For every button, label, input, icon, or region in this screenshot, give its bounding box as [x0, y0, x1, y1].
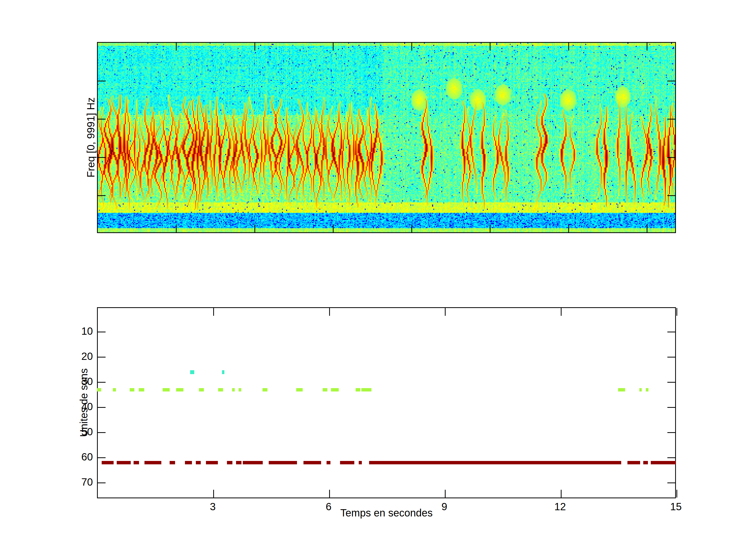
series-segment-unite-33: [262, 388, 267, 392]
units-y-tick: [667, 407, 675, 408]
series-segment-unite-33: [331, 388, 339, 392]
units-y-tick: [98, 482, 106, 483]
series-segment-unite-33: [163, 388, 170, 392]
series-segment-unite-62: [269, 461, 297, 464]
series-segment-unite-33: [130, 388, 134, 392]
series-segment-unite-33: [113, 388, 116, 392]
units-x-tick-label: 9: [429, 501, 460, 512]
units-x-tick: [445, 308, 446, 316]
units-y-tick-label: 60: [62, 451, 93, 462]
spectrogram-x-tick: [254, 43, 255, 51]
series-segment-unite-33: [361, 388, 371, 392]
spectrogram-y-tick: [667, 119, 675, 119]
series-segment-unite-62: [185, 461, 192, 464]
figure-canvas: { "figure": { "background": "#ffffff" },…: [0, 0, 747, 560]
units-y-tick: [667, 457, 675, 458]
spectrogram-x-tick: [333, 224, 334, 232]
spectrogram-y-tick: [98, 195, 106, 196]
spectrogram-x-tick: [411, 43, 412, 51]
series-segment-unite-62: [206, 461, 218, 464]
spectrogram-x-tick: [176, 224, 177, 232]
series-segment-unite-33: [218, 388, 223, 392]
spectrogram-canvas: [98, 43, 675, 232]
series-segment-unite-33: [239, 388, 241, 392]
units-y-tick: [667, 382, 675, 383]
units-y-tick-label: 50: [62, 426, 93, 437]
spectrogram-y-tick: [667, 195, 675, 196]
units-y-tick: [98, 357, 106, 357]
spectrogram-x-tick: [490, 224, 490, 232]
units-x-tick: [676, 308, 677, 316]
series-segment-unite-62: [651, 461, 676, 464]
units-x-tick-label: 15: [660, 501, 692, 512]
units-y-tick: [98, 407, 106, 408]
units-y-tick: [98, 382, 106, 383]
series-segment-unite-26: [190, 370, 194, 374]
series-segment-unite-33: [232, 388, 235, 392]
units-x-tick: [329, 490, 330, 498]
series-segment-unite-33: [323, 388, 327, 392]
spectrogram-x-tick: [490, 43, 490, 51]
series-segment-unite-62: [627, 461, 640, 464]
series-segment-unite-62: [359, 461, 362, 464]
spectrogram-y-tick: [667, 157, 675, 158]
series-segment-unite-33: [618, 388, 625, 392]
series-segment-unite-62: [102, 461, 113, 464]
units-y-tick: [667, 482, 675, 483]
series-segment-unite-33: [356, 388, 360, 392]
spectrogram-x-tick: [568, 224, 569, 232]
spectrogram-x-tick: [176, 43, 177, 51]
spectrogram-y-tick: [98, 157, 106, 158]
spectrogram-x-tick: [647, 224, 647, 232]
units-xlabel: Temps en secondes: [340, 507, 433, 519]
series-segment-unite-62: [369, 461, 621, 464]
series-segment-unite-62: [327, 461, 331, 464]
spectrogram-y-tick: [98, 119, 106, 119]
spectrogram-x-tick: [568, 43, 569, 51]
units-axes: [97, 307, 676, 498]
series-segment-unite-33: [199, 388, 204, 392]
units-x-tick-label: 3: [197, 501, 228, 512]
series-segment-unite-62: [236, 461, 241, 464]
units-y-tick-label: 40: [62, 401, 93, 412]
spectrogram-x-tick: [254, 224, 255, 232]
units-x-tick-label: 12: [545, 501, 576, 512]
series-segment-unite-62: [117, 461, 131, 464]
series-segment-unite-62: [304, 461, 321, 464]
spectrogram-x-tick: [411, 224, 412, 232]
series-segment-unite-62: [170, 461, 175, 464]
spectrogram-axes: [97, 42, 676, 233]
units-y-tick-label: 30: [62, 376, 93, 387]
series-segment-unite-62: [196, 461, 201, 464]
units-y-tick: [98, 331, 106, 332]
units-y-tick: [98, 457, 106, 458]
series-segment-unite-33: [646, 388, 648, 392]
units-x-tick: [213, 308, 214, 316]
units-y-tick-label: 20: [62, 350, 93, 362]
spectrogram-x-tick: [647, 43, 647, 51]
spectrogram-x-tick: [333, 43, 334, 51]
spectrogram-y-tick: [667, 81, 675, 81]
units-y-tick: [667, 432, 675, 433]
series-segment-unite-62: [243, 461, 263, 464]
spectrogram-y-tick: [98, 81, 106, 81]
units-x-tick: [561, 490, 562, 498]
units-y-tick-label: 10: [62, 325, 93, 337]
series-segment-unite-62: [340, 461, 354, 464]
spectrogram-ylabel: Freq [0, 9991] Hz: [85, 97, 97, 177]
units-x-tick: [213, 490, 214, 498]
series-segment-unite-62: [227, 461, 232, 464]
units-y-tick: [667, 331, 675, 332]
series-segment-unite-33: [139, 388, 144, 392]
series-segment-unite-62: [145, 461, 161, 464]
series-segment-unite-26: [222, 370, 224, 374]
series-segment-unite-62: [134, 461, 139, 464]
units-y-tick-label: 70: [62, 476, 93, 488]
units-x-tick: [329, 308, 330, 316]
units-x-tick: [445, 490, 446, 498]
units-y-tick: [98, 432, 106, 433]
series-segment-unite-33: [97, 388, 101, 392]
units-x-tick-label: 6: [313, 501, 344, 512]
series-segment-unite-62: [643, 461, 648, 464]
series-segment-unite-33: [176, 388, 183, 392]
